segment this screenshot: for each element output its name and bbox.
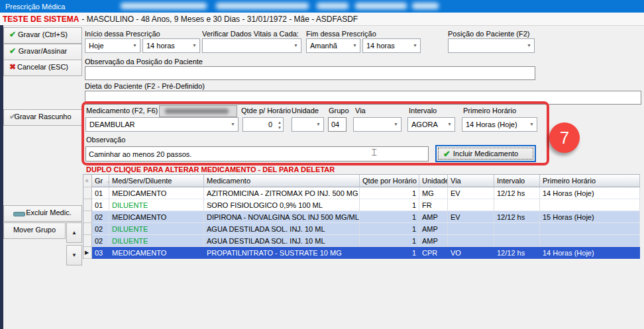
move-group-up-button[interactable]: ▲ (66, 222, 82, 243)
interval-label: Intervalo (409, 107, 437, 115)
end-day-combobox[interactable]: Amanhã ▼ (306, 38, 360, 53)
medication-combobox[interactable]: DEAMBULAR ▼ (85, 117, 239, 132)
cell-tipo[interactable]: DILUENTE (109, 199, 204, 211)
cell-qtde[interactable]: 1 (360, 187, 419, 199)
cell-intervalo[interactable]: 12/12 hs (494, 211, 540, 223)
cell-unidade[interactable]: AMP (419, 223, 448, 235)
cell-gr[interactable]: 02 (92, 223, 109, 235)
cell-medicamento[interactable]: PROPATILNITRATO - SUSTRATE 10 MG (204, 247, 360, 259)
column-header-medicamento[interactable]: Medicamento (204, 175, 360, 187)
patient-position-combobox[interactable]: ▼ (448, 38, 535, 53)
row-indicator-cell[interactable] (83, 211, 92, 223)
column-header-gr[interactable]: Gr▲ (92, 175, 109, 187)
cell-unidade[interactable]: AMP (419, 211, 448, 223)
patient-diet-input[interactable] (85, 91, 641, 105)
group-input[interactable] (328, 117, 347, 132)
down-arrow-icon: ▼ (72, 252, 77, 258)
cell-medicamento[interactable]: SORO FISIOLOGICO 0,9% 100 ML (204, 199, 360, 211)
chevron-down-icon: ▼ (133, 43, 137, 48)
row-indicator-cell[interactable] (83, 223, 92, 235)
save-sign-button[interactable]: ✔ Gravar/Assinar (3, 44, 82, 60)
cancel-button[interactable]: ✖ Cancelar (ESC) (3, 60, 82, 76)
route-combobox[interactable]: ▼ (353, 117, 402, 132)
cell-tipo[interactable]: DILUENTE (109, 223, 204, 235)
cell-gr[interactable]: 02 (92, 211, 109, 223)
column-header-unidade[interactable]: Unidade (419, 175, 448, 187)
cell-primeiro-horario[interactable] (540, 235, 640, 247)
cell-via[interactable] (448, 235, 494, 247)
cell-qtde[interactable]: 1 (360, 247, 419, 259)
cell-gr[interactable]: 01 (92, 187, 109, 199)
column-header-med-serv-diluente[interactable]: Med/Serv/Diluente (109, 175, 204, 187)
cell-intervalo[interactable] (494, 223, 540, 235)
cell-unidade[interactable]: CPR (419, 247, 448, 259)
move-group-button[interactable]: Mover Grupo (3, 222, 66, 239)
first-time-combobox[interactable]: 14 Horas (Hoje) ▼ (462, 117, 537, 132)
cell-tipo[interactable]: MEDICAMENTO (109, 187, 204, 199)
cell-qtde[interactable]: 1 (360, 223, 419, 235)
cell-qtde[interactable]: 1 (360, 199, 419, 211)
row-pointer-icon: ▶ (85, 250, 89, 256)
cell-medicamento[interactable]: AGUA DESTILADA SOL. INJ. 10 ML (204, 223, 360, 235)
patient-diet-label: Dieta do Paciente (F2 - Pré-Definido) (85, 82, 205, 90)
row-indicator-cell[interactable]: ▶ (83, 247, 92, 259)
column-header-via[interactable]: Via (448, 175, 494, 187)
vitals-check-combobox[interactable]: ▼ (202, 38, 301, 53)
cell-primeiro-horario[interactable] (540, 199, 640, 211)
end-time-combobox[interactable]: 14 horas ▼ (362, 38, 421, 53)
start-time-combobox[interactable]: 14 horas ▼ (142, 38, 200, 53)
move-group-label: Mover Grupo (13, 226, 56, 234)
cell-primeiro-horario[interactable]: 14 Horas (Hoje) (540, 187, 640, 199)
cell-medicamento[interactable]: AZITROMICINA - ZITROMAX PO INJ. 500 MG (204, 187, 360, 199)
medication-table[interactable]: ✳Gr▲Med/Serv/DiluenteMedicamentoQtde por… (83, 174, 640, 259)
cell-gr[interactable]: 02 (92, 235, 109, 247)
chevron-down-icon: ▼ (527, 43, 531, 48)
cell-qtde[interactable]: 1 (360, 235, 419, 247)
cell-via[interactable]: EV (448, 211, 494, 223)
cell-gr[interactable]: 03 (92, 247, 109, 259)
qty-per-time-stepper[interactable]: 0 ▲ ▼ (242, 117, 284, 132)
add-medication-button[interactable]: ✔ Incluir Medicamento (435, 145, 536, 162)
spin-down-icon[interactable]: ▼ (278, 126, 282, 130)
column-header-primeiro-hor-rio[interactable]: Primeiro Horário (540, 175, 640, 187)
cell-medicamento[interactable]: DIPIRONA - NOVALGINA SOL INJ 500 MG/ML 2 (204, 211, 360, 223)
row-indicator-cell[interactable] (83, 187, 92, 199)
chevron-down-icon: ▼ (394, 122, 398, 126)
delete-medication-button[interactable]: Excluir Medic. (3, 205, 82, 222)
redacted-button[interactable] (159, 105, 237, 117)
cell-via[interactable] (448, 199, 494, 211)
cell-via[interactable]: EV (448, 187, 494, 199)
move-group-down-button[interactable]: ▼ (66, 245, 82, 265)
cell-unidade[interactable]: MG (419, 187, 448, 199)
column-header-qtde-por-hor-rio[interactable]: Qtde por Horário (360, 175, 419, 187)
save-draft-button[interactable]: ✔ Gravar Rascunho (3, 109, 82, 126)
cell-medicamento[interactable]: AGUA DESTILADA SOL. INJ. 10 ML (204, 235, 360, 247)
cell-tipo[interactable]: MEDICAMENTO (109, 211, 204, 223)
interval-combobox[interactable]: AGORA ▼ (407, 117, 455, 132)
cell-primeiro-horario[interactable]: 14 Horas (Hoje) (540, 247, 640, 259)
cell-unidade[interactable]: AMP (419, 235, 448, 247)
cell-qtde[interactable]: 1 (360, 211, 419, 223)
start-day-combobox[interactable]: Hoje ▼ (85, 38, 140, 53)
cell-intervalo[interactable]: 12/12 hs (494, 187, 540, 199)
cell-via[interactable] (448, 223, 494, 235)
cell-via[interactable]: VO (448, 247, 494, 259)
cell-tipo[interactable]: MEDICAMENTO (109, 247, 204, 259)
cell-tipo[interactable]: DILUENTE (109, 235, 204, 247)
cell-intervalo[interactable] (494, 235, 540, 247)
cell-intervalo[interactable]: 12/12 hs (494, 247, 540, 259)
observation-input[interactable] (85, 146, 429, 162)
cell-unidade[interactable]: FR (419, 199, 448, 211)
spin-up-icon[interactable]: ▲ (278, 120, 282, 124)
position-observation-input[interactable] (85, 66, 535, 80)
row-indicator-cell[interactable] (83, 199, 92, 211)
row-indicator-cell[interactable] (83, 235, 92, 247)
cell-gr[interactable]: 01 (92, 199, 109, 211)
save-button[interactable]: ✔ Gravar (Ctrl+S) (3, 27, 82, 44)
unit-combobox[interactable]: ▼ (292, 117, 324, 132)
end-prescription-label: Fim dessa Prescrição (306, 30, 376, 38)
column-header-intervalo[interactable]: Intervalo (494, 175, 540, 187)
cell-primeiro-horario[interactable] (540, 223, 640, 235)
cell-intervalo[interactable] (494, 199, 540, 211)
cell-primeiro-horario[interactable]: 15 Horas (Hoje) (540, 211, 640, 223)
